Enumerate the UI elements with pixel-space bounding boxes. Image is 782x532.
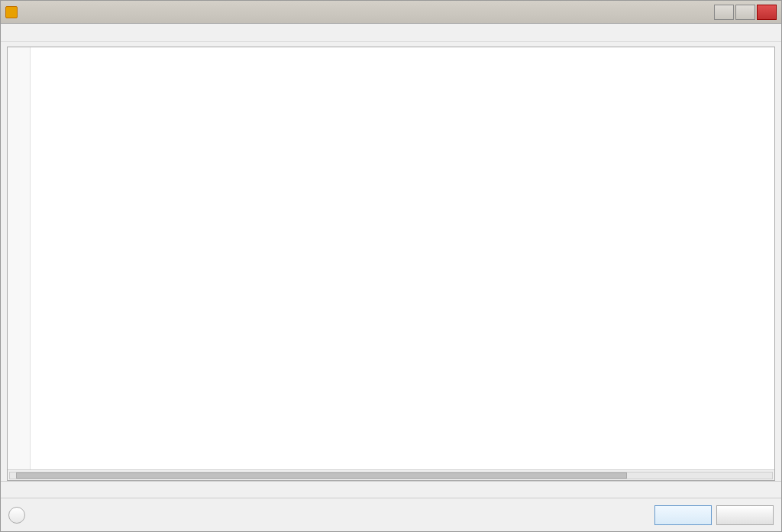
code-container[interactable] <box>8 47 774 469</box>
titlebar <box>1 1 781 24</box>
scrollbar-thumb[interactable] <box>16 472 627 479</box>
statusbar <box>1 481 781 498</box>
editor-area <box>7 47 775 481</box>
bottom-buttons <box>654 505 774 525</box>
minimize-button[interactable] <box>714 5 734 20</box>
main-window <box>0 0 782 532</box>
titlebar-buttons <box>714 5 777 20</box>
maximize-button[interactable] <box>735 5 755 20</box>
ok-button[interactable] <box>654 505 712 525</box>
menubar <box>1 24 781 42</box>
scrollbar-track[interactable] <box>9 472 773 479</box>
bottom-bar <box>1 498 781 531</box>
help-button[interactable] <box>8 507 25 524</box>
code-content[interactable] <box>31 47 774 469</box>
navigate-menu[interactable] <box>4 31 16 34</box>
horizontal-scrollbar[interactable] <box>8 469 774 480</box>
cancel-button[interactable] <box>716 505 774 525</box>
close-button[interactable] <box>757 5 777 20</box>
line-numbers <box>8 47 31 469</box>
bottom-left <box>8 507 25 524</box>
app-icon <box>5 6 18 18</box>
titlebar-left <box>5 6 22 18</box>
code-lines <box>8 47 774 469</box>
